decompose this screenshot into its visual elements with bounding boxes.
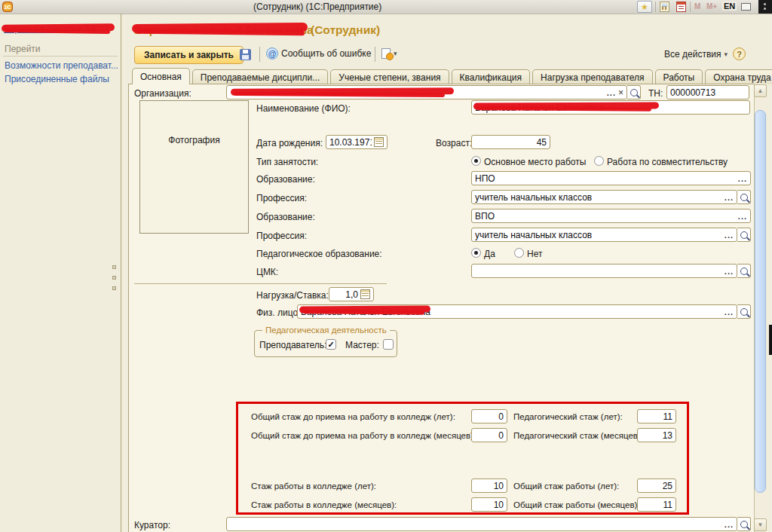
window-restore-icon[interactable] [741,3,751,11]
date-picker-icon[interactable] [374,137,384,147]
stat-field[interactable]: 11 [637,497,676,512]
tn-label: ТН: [648,88,663,99]
education1-field[interactable]: НПО ... [471,171,751,185]
email-at-icon: @ [266,47,278,60]
curator-field[interactable]: ... [226,517,737,531]
search-icon [740,231,748,239]
memory-plus-button[interactable]: M+ [706,2,717,11]
stat-field[interactable]: 10 [471,478,507,493]
teacher-checkbox[interactable]: ✓ [326,339,336,350]
history-menu-button[interactable]: ▾ [381,48,397,59]
1c-logo-icon: 1С [2,2,13,12]
ellipsis-icon[interactable]: ... [725,521,734,528]
stat-field[interactable]: 0 [471,428,507,442]
employee-name-title: Баранова Наталья Евгеньевна [134,23,314,37]
ellipsis-icon[interactable]: ... [725,268,734,275]
employment-main-radio[interactable] [471,156,481,166]
ellipsis-icon[interactable]: ... [725,194,734,201]
fio-field[interactable]: Баранова Наталья Евгеньевна [471,100,750,115]
ped-education-yes-radio[interactable] [471,248,481,258]
favorites-button[interactable]: ★ [637,1,652,13]
profession1-field[interactable]: учитель начальных классов ... [471,190,737,204]
memory-button[interactable]: M [694,2,700,11]
toolbar-separator [259,47,260,62]
chevron-down-icon: ▾ [724,50,728,58]
education2-label: Образование: [256,212,315,222]
tab-labor-safety[interactable]: Охрана труда [705,69,772,84]
sidebar-divider [3,56,118,57]
help-button[interactable]: ? [733,47,746,60]
splitter-grip [112,286,116,290]
tab-jobs[interactable]: Работы [655,69,703,84]
load-rate-label: Нагрузка/Ставка: [256,290,329,301]
search-icon [740,194,748,201]
organization-field[interactable]: ... × [226,85,627,99]
education2-field[interactable]: ВПО ... [471,209,751,223]
profession2-search-button[interactable] [737,228,751,242]
age-field[interactable]: 45 [471,135,550,149]
tab-taught-disciplines[interactable]: Преподаваемые дисципли... [192,69,329,84]
person-field[interactable]: Баранова Наталья Евгеньевна ... [297,304,737,319]
load-rate-field[interactable]: 1,0 [329,287,374,301]
curator-search-button[interactable] [737,517,751,531]
sidebar-profile-link[interactable]: Баранова Наталья Ев... [4,23,103,34]
employment-parttime-label[interactable]: Работа по совместительству [607,157,728,167]
language-indicator[interactable]: EN [722,2,737,11]
save-button[interactable] [240,49,251,60]
master-checkbox-label: Мастер: [345,340,379,350]
cmk-search-button[interactable] [737,264,751,278]
ellipsis-icon[interactable]: ... [738,212,747,220]
stat-field[interactable]: 11 [637,409,676,423]
scroll-up-button[interactable]: ▲ [754,84,767,97]
stat-field[interactable]: 13 [637,428,676,442]
calculator-picker-icon[interactable] [360,289,370,299]
ellipsis-icon[interactable]: ... [738,175,747,182]
stat-field[interactable]: 25 [637,478,676,493]
splitter-grip [112,265,116,269]
all-actions-button[interactable]: Все действия ▾ [664,49,728,60]
clear-icon[interactable]: × [618,88,623,97]
ped-education-yes-label[interactable]: Да [484,249,495,259]
sidebar-item-attached-files[interactable]: Присоединенные файлы [5,74,109,84]
employment-main-label[interactable]: Основное место работы [484,157,586,167]
scrollbar-thumb[interactable] [755,110,766,493]
person-search-button[interactable] [737,304,751,319]
ellipsis-icon[interactable]: ... [725,308,734,316]
stat-field[interactable]: 0 [471,409,507,423]
tab-qualification[interactable]: Квалификация [452,69,530,84]
scroll-down-button[interactable]: ▼ [754,518,767,531]
birth-date-field[interactable]: 10.03.1971 [326,135,388,149]
master-checkbox[interactable] [383,339,394,350]
cmk-field[interactable]: ... [471,264,737,278]
photo-placeholder[interactable]: Фотография [139,100,249,234]
employment-parttime-radio[interactable] [594,156,604,166]
stat-label: Стаж работы в колледже (месяцев): [251,500,397,509]
ped-education-no-radio[interactable] [514,248,524,258]
report-error-button[interactable]: @ Сообщить об ошибке [266,47,371,60]
screen-edge-strip [758,0,772,14]
tab-teacher-load[interactable]: Нагрузка преподавателя [532,69,653,84]
stat-label: Педагогический стаж (месяцев): [513,431,643,440]
tn-field[interactable]: 000000713 [666,85,749,99]
age-label: Возраст: [436,138,472,148]
profession2-label: Профессия: [256,231,307,241]
sidebar-splitter[interactable] [121,14,121,532]
tab-main[interactable]: Основная [132,68,190,84]
fio-label: Наименование (ФИО): [256,103,351,114]
sidebar-item-teacher-capabilities[interactable]: Возможности преподават... [5,60,118,71]
ellipsis-icon[interactable]: ... [725,231,734,239]
profession2-field[interactable]: учитель начальных классов ... [471,228,737,242]
save-and-close-button[interactable]: Записать и закрыть [134,46,244,64]
chevron-down-icon: ▾ [394,50,397,57]
ped-education-no-label[interactable]: Нет [527,249,542,259]
section-divider [134,283,387,284]
profession1-search-button[interactable] [737,190,751,204]
tab-academic-degrees[interactable]: Ученые степени, звания [330,69,449,84]
ellipsis-icon[interactable]: ... [607,89,616,96]
search-icon [740,268,748,275]
organization-search-button[interactable] [627,85,641,99]
calendar-icon[interactable] [676,2,686,12]
ped-education-label: Педагогическое образование: [256,249,382,259]
calculator-icon[interactable] [660,2,669,12]
stat-field[interactable]: 10 [471,497,507,512]
